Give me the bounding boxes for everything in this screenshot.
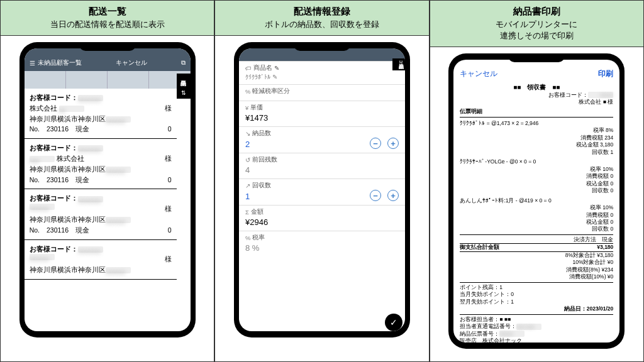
tag-icon: 🏷 — [245, 65, 252, 72]
box-out-icon: ↗ — [245, 182, 250, 189]
receipt-line: ｸﾘｸﾗｻｰﾊﾞ-YOLGe - @0 × 0 = 0 税率 10% 消費税額 … — [460, 158, 613, 194]
header-3: 納品書印刷 モバイルプリンターに 連携しその場で印刷 — [430, 1, 643, 47]
customer-row[interactable]: お客様コード：xxxxxxx 株式会社 xx様 神奈川県横浜市神奈川区xxxxx… — [25, 89, 177, 139]
header-3-subtitle: モバイルプリンターに 連携しその場で印刷 — [433, 19, 641, 41]
edit-icon[interactable]: ✎ — [274, 65, 279, 72]
s1-header: ☰ 未納品顧客一覧 キャンセル ⧉ — [25, 48, 191, 71]
header-1-subtitle: 当日の配送情報を配送順に表示 — [3, 19, 211, 30]
column-receipt-print: 納品書印刷 モバイルプリンターに 連携しその場で印刷 キャンセル 印刷 ■■ 領… — [430, 0, 644, 362]
customer-row[interactable]: お客様コード：xxxxxxx xxxxxx様 神奈川県横浜市神奈川区xxxxxx — [25, 240, 177, 280]
plus-button[interactable]: + — [387, 138, 399, 149]
cancel-button[interactable]: キャンセル — [460, 69, 497, 79]
phone-frame-1: ☰ 未納品顧客一覧 キャンセル ⧉ 納品伝票 ⊕ ⇅ お客様コ — [19, 42, 196, 337]
receipt-line: ｸﾘｸﾗﾎﾞﾄﾙ = @1,473 × 2 = 2,946 税率 8% 消費税額… — [460, 120, 613, 156]
header-1-title: 配送一覧 — [3, 6, 211, 18]
s2-form: 🏷商品名 ✎ ｸﾘｸﾗﾎﾞﾄﾙ ✎ %軽減税率区分 ¥単価 ¥1473 — [239, 61, 405, 331]
field-product[interactable]: 🏷商品名 ✎ ｸﾘｸﾗﾎﾞﾄﾙ ✎ — [239, 61, 405, 84]
screen-3: キャンセル 印刷 ■■ 領収書 ■■ お客様コード：xxxxx 株式会社 ■ 様… — [453, 60, 619, 343]
percent-icon: % — [245, 88, 250, 95]
minus-button[interactable]: − — [370, 138, 381, 149]
phone-frame-3: キャンセル 印刷 ■■ 領収書 ■■ お客様コード：xxxxx 株式会社 ■ 様… — [448, 53, 625, 349]
s3-header: キャンセル 印刷 — [453, 60, 619, 82]
sort-icon[interactable]: ⇅ — [181, 90, 186, 96]
s1-tabs[interactable] — [25, 71, 191, 89]
screen-1: ☰ 未納品顧客一覧 キャンセル ⧉ 納品伝票 ⊕ ⇅ お客様コ — [25, 48, 191, 331]
confirm-button[interactable]: ✓ — [385, 314, 402, 331]
field-prev-remain: ↺前回残数 4 — [239, 153, 405, 178]
field-collect-qty[interactable]: ↗回収数 1 −+ — [239, 178, 405, 205]
print-button[interactable]: 印刷 — [598, 69, 613, 79]
phone-frame-2: 納品伝票353 🏷商品名 ✎ ｸﾘｸﾗﾎﾞﾄﾙ ✎ %軽減税率区分 ¥単価 — [234, 42, 410, 337]
field-amount: Σ金額 ¥2946 — [239, 205, 405, 231]
receipt-body: ■■ 領収書 ■■ お客様コード：xxxxx 株式会社 ■ 様 伝票明細 ｸﾘｸ… — [453, 82, 619, 343]
screen-2: 納品伝票353 🏷商品名 ✎ ｸﾘｸﾗﾎﾞﾄﾙ ✎ %軽減税率区分 ¥単価 — [239, 48, 405, 331]
yen-icon: ¥ — [245, 104, 248, 111]
s1-title: 未納品顧客一覧 — [38, 58, 82, 67]
s1-sidebar[interactable]: 納品伝票 ⊕ ⇅ — [177, 74, 191, 99]
minus-button[interactable]: − — [370, 190, 381, 201]
notch — [508, 53, 565, 62]
history-icon: ↺ — [245, 156, 250, 163]
device-zone-2: 納品伝票353 🏷商品名 ✎ ｸﾘｸﾗﾎﾞﾄﾙ ✎ %軽減税率区分 ¥単価 — [215, 36, 428, 361]
s1-cancel[interactable]: キャンセル — [116, 58, 147, 67]
receipt-title: ■■ 領収書 ■■ — [460, 83, 613, 92]
plus-button[interactable]: + — [387, 190, 399, 201]
s2-sidebar[interactable]: 納品伝票353 — [392, 58, 405, 70]
box-in-icon: ↘ — [245, 130, 250, 137]
device-zone-3: キャンセル 印刷 ■■ 領収書 ■■ お客様コード：xxxxx 株式会社 ■ 様… — [430, 47, 643, 361]
header-2-title: 配送情報登録 — [218, 6, 426, 18]
field-unit-price[interactable]: ¥単価 ¥1473 — [239, 101, 405, 126]
field-tax-rate: %税率 8 % — [239, 231, 405, 256]
header-2-subtitle: ボトルの納品数、回収数を登録 — [218, 19, 426, 30]
notch — [294, 42, 350, 51]
device-zone-1: ☰ 未納品顧客一覧 キャンセル ⧉ 納品伝票 ⊕ ⇅ お客様コ — [1, 36, 214, 361]
customer-list[interactable]: お客様コード：xxxxxxx 株式会社 xx様 神奈川県横浜市神奈川区xxxxx… — [25, 89, 191, 331]
list-icon: ☰ — [30, 60, 35, 67]
edit-icon[interactable]: ✎ — [272, 74, 277, 80]
field-deliver-qty[interactable]: ↘納品数 2 −+ — [239, 126, 405, 153]
customer-row[interactable]: お客様コード：xxxxxxx xxx 株式会社様 神奈川県横浜市神奈川区xxxx… — [25, 139, 177, 189]
field-tax-class[interactable]: %軽減税率区分 — [239, 84, 405, 101]
zoom-icon[interactable]: ⊕ — [181, 80, 186, 86]
column-delivery-list: 配送一覧 当日の配送情報を配送順に表示 ☰ 未納品顧客一覧 キャンセル ⧉ — [0, 0, 214, 362]
header-3-title: 納品書印刷 — [433, 6, 641, 18]
header-1: 配送一覧 当日の配送情報を配送順に表示 — [1, 1, 214, 36]
column-delivery-register: 配送情報登録 ボトルの納品数、回収数を登録 納品伝票353 🏷商品名 ✎ ｸﾘｸ… — [214, 0, 429, 362]
notch — [79, 42, 136, 51]
header-2: 配送情報登録 ボトルの納品数、回収数を登録 — [215, 1, 428, 36]
copy-icon[interactable]: ⧉ — [181, 59, 186, 67]
customer-row[interactable]: お客様コード：xxxxxxx xxxxxx様 神奈川県横浜市神奈川区xxxxxx… — [25, 189, 177, 239]
sum-icon: Σ — [245, 209, 249, 216]
percent-icon: % — [245, 234, 250, 241]
receipt-line: あんしんｻﾎﾟｰﾄ料:1月 - @419 × 0 = 0 税率 10% 消費税額… — [460, 197, 613, 233]
